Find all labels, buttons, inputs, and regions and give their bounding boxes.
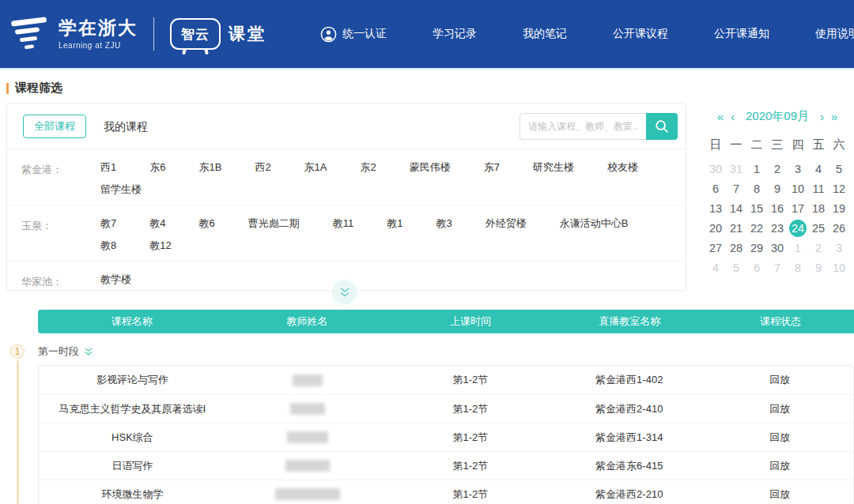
building-item[interactable]: 教11 (333, 213, 354, 235)
calendar-day[interactable]: 19 (829, 198, 849, 218)
calendar-day[interactable]: 27 (705, 238, 726, 258)
calendar-day[interactable]: 6 (746, 258, 767, 277)
nav-item-3[interactable]: 公开课议程 (613, 27, 668, 41)
logo-divider (153, 17, 154, 51)
calendar-day[interactable]: 5 (726, 258, 746, 277)
building-item[interactable]: 外经贸楼 (486, 213, 527, 235)
building-item[interactable]: 东6 (149, 156, 165, 179)
building-item[interactable]: 西1 (100, 156, 116, 179)
playback-link[interactable]: 回放 (769, 402, 790, 416)
calendar-day[interactable]: 3 (788, 159, 808, 179)
calendar-day-selected[interactable]: 24 (788, 218, 808, 238)
nav-item-0[interactable]: 统一认证 (320, 26, 387, 43)
building-item[interactable]: 蒙民伟楼 (410, 156, 451, 179)
calendar-day[interactable]: 1 (788, 238, 808, 258)
logo-title: 学在浙大 (59, 19, 138, 37)
calendar-day[interactable]: 4 (705, 258, 726, 277)
zju-logo-icon (9, 15, 51, 53)
calendar-day[interactable]: 10 (788, 179, 808, 198)
tab-my-courses[interactable]: 我的课程 (104, 120, 148, 134)
calendar-day[interactable]: 16 (767, 198, 788, 218)
table-row[interactable]: 日语写作第1-2节紫金港东6-415回放 (39, 451, 853, 480)
nav-item-2[interactable]: 我的笔记 (523, 27, 567, 41)
building-item[interactable]: 教8 (100, 235, 116, 257)
building-item[interactable]: 东7 (484, 156, 500, 179)
prev-month-button[interactable]: ‹ (730, 111, 735, 122)
building-item[interactable]: 校友楼 (607, 156, 638, 179)
table-row[interactable]: 马克思主义哲学史及其原著选读Ⅰ第1-2节紫金港西2-410回放 (39, 394, 853, 423)
course-name-cell: 马克思主义哲学史及其原著选读Ⅰ (39, 402, 226, 416)
segment-toggle[interactable]: 第一时段 (38, 344, 93, 359)
table-row[interactable]: 环境微生物学第1-2节紫金港西2-210回放 (39, 480, 853, 504)
calendar-day[interactable]: 12 (829, 179, 849, 198)
search-button[interactable] (646, 113, 678, 140)
calendar-day[interactable]: 31 (726, 159, 746, 179)
table-row[interactable]: 影视评论与写作第1-2节紫金港西1-402回放 (39, 366, 853, 394)
building-item[interactable]: 教6 (198, 213, 214, 235)
calendar-day[interactable]: 11 (808, 179, 829, 198)
calendar-day[interactable]: 7 (767, 258, 788, 277)
playback-link[interactable]: 回放 (769, 373, 790, 387)
building-item[interactable]: 曹光彪二期 (248, 213, 300, 235)
playback-link[interactable]: 回放 (769, 431, 790, 445)
calendar-day[interactable]: 29 (746, 238, 767, 258)
calendar-day[interactable]: 28 (726, 238, 746, 258)
expand-filter-button[interactable] (332, 280, 357, 305)
playback-link[interactable]: 回放 (769, 487, 790, 502)
building-item[interactable]: 教3 (436, 213, 452, 235)
building-item[interactable]: 西2 (255, 156, 270, 179)
calendar-day[interactable]: 18 (808, 198, 829, 218)
building-item[interactable]: 东1B (198, 156, 221, 179)
tab-all-courses[interactable]: 全部课程 (23, 115, 86, 138)
next-month-button[interactable]: › (819, 111, 825, 122)
calendar-day[interactable]: 13 (705, 198, 726, 218)
calendar-day[interactable]: 30 (767, 238, 788, 258)
table-column-header: 教师姓名 (225, 314, 388, 329)
calendar-day[interactable]: 30 (705, 159, 726, 179)
building-item[interactable]: 东2 (361, 156, 376, 179)
building-item[interactable]: 教7 (100, 213, 116, 235)
calendar-day[interactable]: 21 (726, 218, 746, 238)
calendar-day[interactable]: 4 (808, 159, 829, 179)
calendar-day[interactable]: 8 (746, 179, 767, 198)
calendar-month-label[interactable]: 2020年09月 (746, 109, 809, 124)
playback-link[interactable]: 回放 (769, 459, 790, 473)
calendar-day[interactable]: 2 (767, 159, 788, 179)
building-item[interactable]: 教学楼 (100, 269, 131, 291)
prev-year-button[interactable]: « (716, 111, 724, 122)
calendar-day[interactable]: 9 (767, 179, 788, 198)
calendar-day[interactable]: 22 (746, 218, 767, 238)
nav-item-4[interactable]: 公开课通知 (714, 27, 769, 41)
calendar-day[interactable]: 10 (829, 258, 849, 277)
calendar-day[interactable]: 1 (746, 159, 767, 179)
calendar-day[interactable]: 17 (788, 198, 808, 218)
calendar-day[interactable]: 14 (726, 198, 746, 218)
nav-item-label: 学习记录 (433, 27, 477, 41)
calendar-day[interactable]: 26 (829, 218, 849, 238)
calendar-day[interactable]: 20 (705, 218, 726, 238)
logo[interactable]: 学在浙大 Learning at ZJU 智云 课堂 (9, 0, 266, 68)
calendar-day[interactable]: 7 (726, 179, 746, 198)
calendar-day[interactable]: 2 (808, 238, 829, 258)
calendar-day[interactable]: 9 (808, 258, 829, 277)
building-item[interactable]: 研究生楼 (533, 156, 574, 179)
building-item[interactable]: 教12 (149, 235, 171, 257)
calendar-day[interactable]: 3 (829, 238, 849, 258)
calendar-day[interactable]: 15 (746, 198, 767, 218)
nav-item-1[interactable]: 学习记录 (433, 27, 477, 41)
building-item[interactable]: 留学生楼 (100, 179, 142, 201)
building-item[interactable]: 教4 (149, 213, 165, 235)
nav-item-5[interactable]: 使用说明 (815, 27, 854, 41)
next-year-button[interactable]: » (830, 111, 838, 122)
building-item[interactable]: 东1A (304, 156, 327, 179)
building-item[interactable]: 永谦活动中心B (560, 213, 629, 235)
calendar-day[interactable]: 5 (829, 159, 849, 179)
building-item[interactable]: 教1 (387, 213, 402, 235)
table-row[interactable]: HSK综合第1-2节紫金港西1-314回放 (39, 423, 853, 451)
calendar-day[interactable]: 25 (808, 218, 829, 238)
search-input[interactable] (520, 113, 646, 140)
calendar-day[interactable]: 23 (767, 218, 788, 238)
calendar-day[interactable]: 6 (705, 179, 726, 198)
calendar-day[interactable]: 8 (788, 258, 808, 277)
nav-item-label: 公开课通知 (714, 27, 769, 41)
